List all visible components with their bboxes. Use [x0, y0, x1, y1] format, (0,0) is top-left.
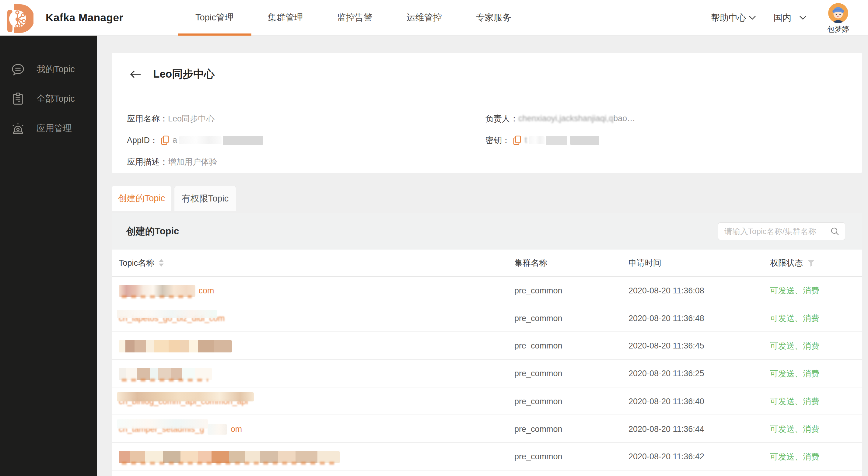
field-label: 密钥：: [486, 135, 510, 146]
tab-authorized-topic[interactable]: 有权限Topic: [174, 186, 236, 211]
sort-desc-icon[interactable]: [159, 263, 164, 266]
back-arrow-icon[interactable]: [129, 70, 142, 79]
topic-search-input[interactable]: [724, 227, 830, 236]
table-header-row: Topic名称 集群名称 申请时间 权限状态: [112, 250, 862, 277]
time-cell: 2020-08-20 11:36:40: [628, 397, 770, 406]
copy-icon[interactable]: [161, 135, 169, 145]
topic-name-cell[interactable]: cn_lapetos_go_biz_didi_com: [119, 304, 514, 332]
region-label: 国内: [774, 12, 791, 24]
secret-obscured: t: [525, 135, 527, 145]
column-label: 权限状态: [770, 257, 803, 268]
table-row[interactable]: pre_common 2020-08-20 11:36:25 可发送、消费: [112, 360, 862, 387]
table-row[interactable]: cn_tamper_setadmis_g om pre_common 2020-…: [112, 415, 862, 443]
status-cell: 可发送、消费: [770, 396, 862, 407]
avatar-illustration: [828, 3, 848, 23]
cluster-cell: pre_common: [514, 369, 628, 378]
table-row[interactable]: com pre_common 2020-08-20 11:36:08 可发送、消…: [112, 277, 862, 304]
field-secret: 密钥： t: [486, 129, 847, 151]
sort-icon[interactable]: [159, 259, 164, 266]
search-icon[interactable]: [830, 227, 839, 236]
table-row[interactable]: pre_common 2020-08-20 11:36:42 可发送、消费: [112, 443, 862, 471]
sidebar-item-label: 我的Topic: [36, 63, 75, 75]
cluster-cell: pre_common: [514, 397, 628, 406]
top-nav: Topic管理 集群管理 监控告警 运维管控 专家服务: [195, 0, 511, 36]
cluster-cell: pre_common: [514, 286, 628, 295]
cluster-cell: pre_common: [514, 424, 628, 434]
topic-name-tail: om: [231, 424, 242, 434]
column-apply-time: 申请时间: [628, 257, 770, 268]
field-label: 负责人：: [486, 113, 518, 124]
user-menu[interactable]: 包梦婷: [824, 3, 852, 34]
status-cell: 可发送、消费: [770, 341, 862, 351]
column-topic-name[interactable]: Topic名称: [119, 257, 514, 268]
page-head: Leo同步中心: [112, 53, 862, 81]
field-label: 应用名称：: [127, 113, 168, 124]
field-label: 应用描述：: [127, 156, 168, 167]
field-app-desc: 应用描述： 增加用户体验: [127, 151, 486, 172]
time-cell: 2020-08-20 11:36:44: [628, 424, 770, 434]
sidebar-item-my-topic[interactable]: 我的Topic: [0, 55, 97, 84]
topic-name-cell[interactable]: com: [119, 277, 514, 305]
nav-monitoring-alerts[interactable]: 监控告警: [337, 0, 373, 36]
copy-icon[interactable]: [513, 135, 521, 145]
fields-left-column: 应用名称： Leo同步中心 AppID： a 应用描: [127, 108, 486, 172]
help-center-menu[interactable]: 帮助中心: [711, 12, 756, 24]
avatar[interactable]: [828, 3, 848, 23]
censor-overlay: [119, 451, 340, 463]
sort-asc-icon[interactable]: [159, 259, 164, 262]
nav-topic-management[interactable]: Topic管理: [195, 0, 234, 36]
app-fields: 应用名称： Leo同步中心 AppID： a 应用描: [112, 93, 862, 172]
censor-overlay: [119, 285, 195, 297]
cluster-cell: pre_common: [514, 452, 628, 462]
sidebar-item-all-topic[interactable]: 全部Topic: [0, 84, 97, 114]
top-bar: Kafka Manager Topic管理 集群管理 监控告警 运维管控 专家服…: [0, 0, 868, 36]
table-row[interactable]: cn_lapetos_go_biz_didi_com pre_common 20…: [112, 304, 862, 332]
topic-name-cell[interactable]: [119, 443, 514, 471]
siren-icon: [11, 121, 25, 135]
sidebar: 我的Topic 全部Topic 应用管理: [0, 36, 97, 476]
topic-name-cell[interactable]: [119, 360, 514, 387]
topic-name-cell[interactable]: [119, 332, 514, 360]
owner-tail: bao…: [613, 114, 635, 123]
redaction-block: [223, 136, 263, 145]
filter-funnel-icon[interactable]: [807, 259, 815, 267]
redaction-block: [546, 136, 567, 145]
app-id-obscured: a: [173, 135, 177, 145]
kafka-manager-logo-icon: [4, 2, 33, 33]
topic-name-cell[interactable]: cn_tamper_setadmis_g om: [119, 415, 514, 443]
clipboard-icon: [11, 92, 25, 106]
topic-name-cell[interactable]: cn_binlog_comm_api_common_api: [119, 387, 514, 415]
table-row[interactable]: pre_common 2020-08-20 11:36:45 可发送、消费: [112, 332, 862, 360]
fields-right-column: 负责人： chenxiaoyi,jackshanjiaqi,q bao… 密钥：…: [486, 108, 847, 172]
time-cell: 2020-08-20 11:36:45: [628, 341, 770, 351]
nav-ops-control[interactable]: 运维管控: [407, 0, 442, 36]
table-row[interactable]: cn_binlog_comm_api_common_api pre_common…: [112, 387, 862, 415]
help-center-label: 帮助中心: [711, 12, 746, 24]
column-label: 集群名称: [514, 257, 547, 268]
app-title: Kafka Manager: [45, 11, 123, 24]
field-app-id: AppID： a: [127, 129, 486, 151]
topic-name-tail: com: [199, 286, 214, 295]
nav-cluster-management[interactable]: 集群管理: [268, 0, 303, 36]
sidebar-item-label: 全部Topic: [36, 93, 75, 105]
censor-overlay: [119, 368, 212, 380]
region-select[interactable]: 国内: [774, 12, 807, 24]
chevron-down-icon: [799, 15, 807, 20]
censor-overlay: [117, 392, 254, 402]
nav-expert-service[interactable]: 专家服务: [476, 0, 511, 36]
cluster-cell: pre_common: [514, 314, 628, 323]
owner-obscured: chenxiaoyi,jackshanjiaqi,q: [518, 114, 613, 123]
column-label: 申请时间: [628, 257, 661, 268]
column-permission-status[interactable]: 权限状态: [770, 257, 862, 268]
field-owner: 负责人： chenxiaoyi,jackshanjiaqi,q bao…: [486, 108, 847, 129]
status-cell: 可发送、消费: [770, 368, 862, 379]
search-box: [718, 222, 845, 240]
status-cell: 可发送、消费: [770, 285, 862, 296]
status-cell: 可发送、消费: [770, 451, 862, 462]
page-title: Leo同步中心: [153, 67, 215, 81]
time-cell: 2020-08-20 11:36:42: [628, 452, 770, 462]
sidebar-item-label: 应用管理: [36, 122, 72, 134]
sidebar-item-app-management[interactable]: 应用管理: [0, 114, 97, 143]
tab-created-topic[interactable]: 创建的Topic: [112, 186, 172, 211]
column-cluster-name: 集群名称: [514, 257, 628, 268]
